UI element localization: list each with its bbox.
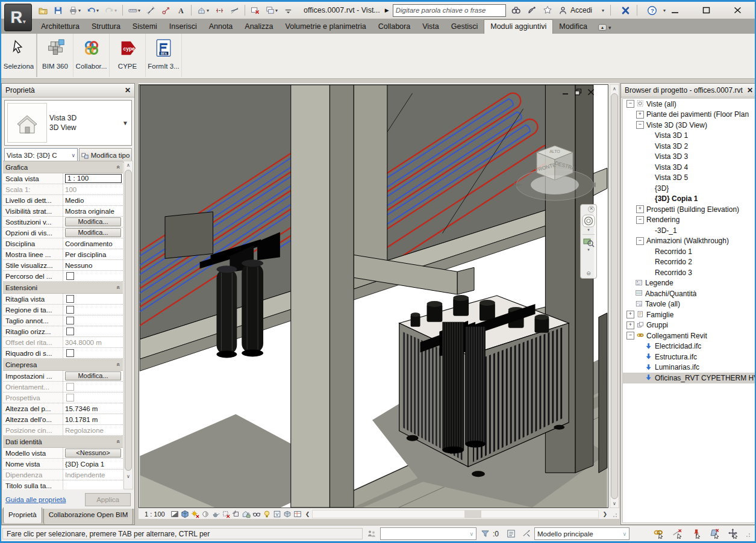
- project-browser-header[interactable]: Browser di progetto - offices.0007.rvt✕: [621, 84, 756, 98]
- tree-item[interactable]: Legende: [623, 278, 755, 289]
- tree-item[interactable]: Vista 3D 4: [623, 162, 755, 173]
- tree-item[interactable]: Vista 3D 3: [623, 152, 755, 163]
- select-links-button[interactable]: [652, 528, 666, 539]
- property-value[interactable]: Regolazione: [63, 425, 123, 435]
- view-restore-button[interactable]: [575, 88, 582, 96]
- thin-lines-button[interactable]: [228, 4, 242, 17]
- property-row[interactable]: DisciplinaCoordinamento: [3, 238, 123, 249]
- tree-item[interactable]: Electricidad.ifc: [623, 341, 755, 352]
- communication-center-icon[interactable]: [526, 4, 538, 16]
- close-hidden-windows-button[interactable]: [248, 4, 262, 17]
- navbar-dropdown-icon[interactable]: ▾: [587, 228, 590, 232]
- scroll-right-icon[interactable]: ❯: [602, 511, 607, 517]
- tree-item[interactable]: Tavole (all): [623, 299, 755, 310]
- section-header-estensioni[interactable]: Estensioni«: [3, 282, 123, 294]
- collapse-chevron-icon[interactable]: «: [116, 363, 122, 367]
- reveal-hidden-elements-button[interactable]: [263, 510, 271, 518]
- panel-cycle-icon[interactable]: ▴: [598, 24, 607, 31]
- select-pinned-elements-button[interactable]: [689, 528, 703, 539]
- tree-item[interactable]: −Viste (all): [623, 99, 755, 110]
- select-elements-by-face-button[interactable]: [708, 528, 722, 539]
- property-value[interactable]: Indipendente: [63, 470, 123, 480]
- steering-wheel-icon[interactable]: [582, 214, 595, 228]
- minimize-button[interactable]: [667, 4, 683, 16]
- tree-expander-icon[interactable]: −: [626, 332, 634, 340]
- tree-item[interactable]: +Famiglie: [623, 309, 755, 320]
- property-value[interactable]: [63, 326, 123, 337]
- help-dropdown-icon[interactable]: ▾: [662, 7, 667, 14]
- property-row[interactable]: Prospettiva: [3, 393, 123, 403]
- measure-dropdown-icon[interactable]: ▾: [138, 8, 140, 13]
- property-value[interactable]: Modifica...: [63, 228, 123, 238]
- close-icon[interactable]: ✕: [747, 86, 753, 95]
- property-row[interactable]: DipendenzaIndipendente: [3, 470, 123, 480]
- property-input[interactable]: 1 : 100: [65, 174, 122, 183]
- tab-inserisci[interactable]: Inserisci: [163, 20, 203, 34]
- redo-button[interactable]: ▾: [102, 4, 119, 17]
- design-option-select[interactable]: Modello principale∨: [534, 527, 629, 540]
- application-menu-button[interactable]: R▾: [4, 4, 32, 31]
- property-row[interactable]: Livello di dett...Medio: [3, 195, 123, 206]
- zoom-dropdown-icon[interactable]: ▾: [587, 247, 590, 252]
- navbar-close-icon[interactable]: ✕: [588, 206, 595, 213]
- view-close-button[interactable]: [587, 88, 595, 96]
- ribbon-collapse-button[interactable]: ▴▾: [598, 24, 611, 34]
- property-row[interactable]: Percorso del ...: [3, 271, 123, 282]
- property-edit-button[interactable]: Modifica...: [65, 217, 121, 226]
- customize-qat-button[interactable]: [281, 4, 295, 17]
- open-button[interactable]: [36, 4, 50, 17]
- tree-item[interactable]: −Animazioni (Walkthrough): [623, 236, 755, 247]
- properties-help-link[interactable]: Guida alle proprietà: [5, 496, 66, 503]
- measure-button[interactable]: ▾: [126, 4, 143, 17]
- default-3d-view-button[interactable]: ▾: [195, 4, 211, 17]
- tree-expander-icon[interactable]: −: [636, 216, 644, 224]
- property-value[interactable]: [63, 315, 123, 326]
- property-checkbox[interactable]: [66, 272, 74, 280]
- property-checkbox[interactable]: [66, 295, 74, 303]
- property-row[interactable]: Titolo sulla ta...: [3, 480, 123, 489]
- scroll-left-icon[interactable]: ❮: [305, 511, 310, 517]
- property-row[interactable]: Ritaglia vista: [3, 294, 123, 305]
- infocenter-toggle-icon[interactable]: ▶: [385, 7, 389, 13]
- seleziona-button[interactable]: Seleziona: [1, 34, 37, 77]
- property-row[interactable]: Scala 1:100: [3, 184, 123, 195]
- displacement-sets-button[interactable]: [283, 510, 292, 518]
- tab-architettura[interactable]: Architettura: [35, 20, 86, 34]
- tab-collabora[interactable]: Collabora: [372, 20, 417, 34]
- tree-item[interactable]: −Rendering: [623, 215, 755, 226]
- tree-item[interactable]: −Viste 3D (3D View): [623, 120, 755, 131]
- property-checkbox[interactable]: [66, 349, 74, 357]
- help-icon[interactable]: ?: [646, 4, 658, 17]
- drag-elements-on-selection-button[interactable]: [726, 528, 740, 539]
- navbar-collapse-icon[interactable]: ⊖: [586, 270, 591, 276]
- property-edit-button[interactable]: Modifica...: [65, 371, 121, 380]
- type-selector[interactable]: Vista 3D 3D View ▼: [4, 100, 132, 146]
- resize-grip[interactable]: [743, 530, 751, 538]
- scroll-down-icon[interactable]: ∨: [610, 501, 619, 506]
- close-button[interactable]: [729, 4, 745, 16]
- tree-item[interactable]: Recorrido 1: [623, 246, 755, 257]
- property-value[interactable]: 100: [63, 184, 123, 194]
- property-row[interactable]: Mostra linee ...Per disciplina: [3, 249, 123, 260]
- property-value[interactable]: Per disciplina: [63, 249, 123, 259]
- property-row[interactable]: Stile visualizz...Nessuno: [3, 260, 123, 271]
- property-row[interactable]: Scala vista1 : 100: [3, 173, 123, 184]
- tree-item[interactable]: −Collegamenti Revit: [623, 330, 755, 341]
- tree-expander-icon[interactable]: +: [626, 311, 634, 318]
- shadows-off-button[interactable]: [201, 510, 210, 518]
- property-row[interactable]: Sostituzioni v...Modifica...: [3, 217, 123, 228]
- tree-expander-icon[interactable]: −: [626, 100, 634, 108]
- visual-style-button[interactable]: [170, 510, 179, 518]
- tree-item[interactable]: {3D}: [623, 183, 755, 194]
- close-icon[interactable]: ✕: [125, 86, 131, 95]
- user-icon[interactable]: [557, 5, 569, 16]
- tab-gestisci[interactable]: Gestisci: [445, 20, 484, 34]
- viewcube[interactable]: ALTO FRONTE DESTRA: [511, 135, 602, 205]
- view-canvas[interactable]: ALTO FRONTE DESTRA ✕ ▾ ▾ ⊖: [139, 84, 608, 508]
- property-value[interactable]: [63, 393, 123, 403]
- collapse-chevron-icon[interactable]: «: [116, 286, 122, 290]
- favorites-star-icon[interactable]: [542, 4, 554, 16]
- section-header-cinepresa[interactable]: Cinepresa«: [3, 359, 123, 371]
- tree-expander-icon[interactable]: −: [636, 237, 644, 245]
- print-button[interactable]: ▾: [66, 4, 83, 17]
